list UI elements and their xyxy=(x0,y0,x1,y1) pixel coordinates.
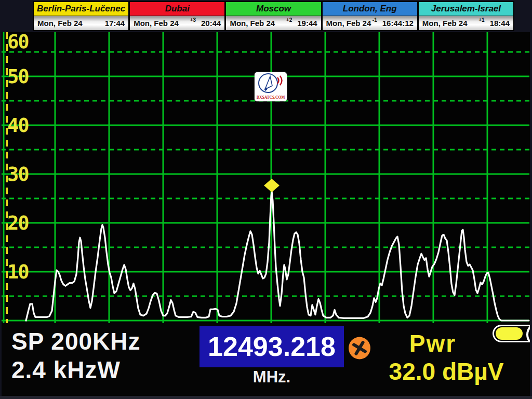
frequency-value: 12493.218 xyxy=(208,331,336,362)
clock-time: 20:44 xyxy=(201,19,221,28)
clock-utc-offset: +1 xyxy=(478,17,484,23)
clock-utc-offset: +3 xyxy=(190,17,196,23)
frequency-display[interactable]: 12493.218 xyxy=(200,326,344,367)
frame-edge-left xyxy=(0,0,2,399)
clock-city-name: London, Eng xyxy=(323,2,417,16)
peak-marker-diamond xyxy=(264,179,280,192)
close-icon xyxy=(348,337,371,360)
dxsatcs-logo: DXSATCS.COM xyxy=(255,72,287,101)
y-tick-label: 50 xyxy=(7,65,29,88)
clock-time: 18:44 xyxy=(490,19,510,28)
clock-date: Mon, Feb 24 xyxy=(230,19,286,28)
satellite-dish-icon xyxy=(255,72,285,94)
power-value: 32.0 dBµV xyxy=(365,357,528,385)
clock-date: Mon, Feb 24 xyxy=(422,19,478,28)
span-rbw-block: SP 200KHz 2.4 kHzW xyxy=(11,327,141,384)
clock-city-name: Dubai xyxy=(130,2,224,16)
clock-time: 17:44 xyxy=(105,19,125,28)
rbw-label: 2.4 kHzW xyxy=(11,356,141,384)
clock-time: 16:44:12 xyxy=(382,19,414,28)
clock-time-row: Mon, Feb 2417:44 xyxy=(34,16,128,30)
span-label: SP 200KHz xyxy=(11,327,141,356)
clock-date: Mon, Feb 24 xyxy=(134,19,190,28)
clock-city-name: Jerusalem-Israel xyxy=(419,2,513,16)
y-tick-label: 60 xyxy=(7,32,29,53)
y-tick-label: 30 xyxy=(7,163,29,185)
frame-edge-bottom xyxy=(0,396,532,399)
frequency-unit: MHz. xyxy=(200,368,344,387)
clock-date: Mon, Feb 24 xyxy=(37,19,100,28)
clock-city-name: Moscow xyxy=(226,2,321,16)
clock-utc-offset: -1 xyxy=(373,17,377,23)
clock-panel-moscow: MoscowMon, Feb 24+219:44 xyxy=(226,2,321,30)
clock-panel-london-eng: London, EngMon, Feb 24-116:44:12 xyxy=(323,2,417,30)
clock-panel-dubai: DubaiMon, Feb 24+320:44 xyxy=(130,2,224,30)
y-tick-label: 20 xyxy=(7,212,29,234)
clock-time-row: Mon, Feb 24+118:44 xyxy=(419,16,513,30)
logo-text: DXSATCS.COM xyxy=(257,95,285,100)
level-toggle[interactable] xyxy=(493,325,532,342)
clock-time-row: Mon, Feb 24+219:44 xyxy=(226,16,321,30)
clock-panel-jerusalem-israel: Jerusalem-IsraelMon, Feb 24+118:44 xyxy=(419,2,513,30)
power-label: Pwr xyxy=(389,329,477,357)
clock-time-row: Mon, Feb 24-116:44:12 xyxy=(323,16,417,30)
world-clock-bar: Berlin-Paris-LučenecMon, Feb 2417:44Duba… xyxy=(33,1,514,31)
clock-date: Mon, Feb 24 xyxy=(326,19,373,28)
frame-edge-right xyxy=(530,0,532,399)
close-button[interactable] xyxy=(348,337,371,360)
y-tick-label: 40 xyxy=(7,114,29,137)
clock-time: 19:44 xyxy=(297,19,317,28)
clock-utc-offset: +2 xyxy=(286,17,292,23)
y-tick-label: 10 xyxy=(7,261,29,283)
toggle-fill xyxy=(496,327,523,340)
clock-city-name: Berlin-Paris-Lučenec xyxy=(34,2,128,16)
spectrum-trace xyxy=(26,191,529,321)
clock-panel-berlin-paris-lu-enec: Berlin-Paris-LučenecMon, Feb 2417:44 xyxy=(34,2,128,30)
spectrum-plot: 605040302010 DXSATCS.COM xyxy=(0,32,532,323)
clock-time-row: Mon, Feb 24+320:44 xyxy=(130,16,224,30)
status-bar: SP 200KHz 2.4 kHzW 12493.218 MHz. Pwr 32… xyxy=(0,323,532,396)
